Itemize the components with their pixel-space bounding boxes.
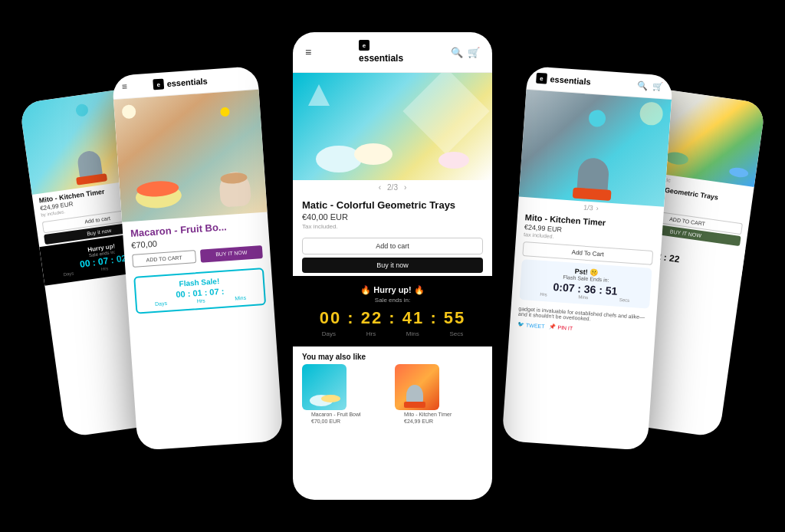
pst-hours: 0:07 xyxy=(553,281,575,294)
thumb-fruit xyxy=(321,395,340,402)
flash-sale-box: Flash Sale! 00 : 01 : 07 : Days Hrs Mins xyxy=(133,268,266,314)
pst-mins: 36 xyxy=(583,283,596,296)
right-phone: e essentials 🔍 🛒 1/3 › Mito - Kitchen Ti… xyxy=(501,66,673,451)
center-timer-sep2: : xyxy=(389,308,402,327)
center-menu-icon[interactable]: ≡ xyxy=(305,46,311,58)
pst-mins-lbl: Mins xyxy=(578,294,588,300)
thumb-price-1: €70,00 EUR xyxy=(302,419,390,424)
center-product-image xyxy=(293,73,492,180)
center-timer-sep3: : xyxy=(430,308,443,327)
flash-mins: 07 xyxy=(209,287,219,297)
prev-arrow[interactable]: ‹ xyxy=(379,183,381,192)
center-hurry-text: 🔥 Hurry up! 🔥 xyxy=(299,285,486,295)
right-timer-top xyxy=(588,110,606,127)
pst-secs: 51 xyxy=(605,284,618,297)
fl-days-label: Days xyxy=(63,271,74,277)
logo-icon-left: e xyxy=(153,79,164,90)
flash-days-lbl: Days xyxy=(155,300,167,307)
you-may-also-like-heading: You may also like xyxy=(293,346,492,364)
right-logo: e essentials xyxy=(536,73,591,87)
deco-circle-1 xyxy=(122,104,136,119)
flash-mins-lbl: Mins xyxy=(235,295,246,301)
left-product-image xyxy=(113,90,268,222)
flash-hrs-lbl: Hrs xyxy=(196,297,205,304)
scene: Mito - Kitchen Timer €24,99 EUR by inclu… xyxy=(25,17,760,515)
center-buy-now-btn[interactable]: Buy it now xyxy=(302,258,483,273)
tray-shape-3 xyxy=(438,152,469,169)
fr-tray-2 xyxy=(665,151,689,166)
left-logo-text: essentials xyxy=(166,77,208,89)
hamburger-icon[interactable]: ≡ xyxy=(121,81,127,92)
center-hrs: 22 xyxy=(361,308,383,327)
pst-hrs-lbl: Hrs xyxy=(540,292,547,297)
tweet-icon: 🐦 xyxy=(517,321,525,328)
left-logo: e essentials xyxy=(153,76,208,90)
thumb-2: Mito - Kitchen Timer €24,99 EUR xyxy=(395,364,483,424)
fl-days: 00 xyxy=(79,258,90,270)
pin-label: PIN IT xyxy=(557,324,573,330)
tweet-button[interactable]: 🐦 TWEET xyxy=(517,321,545,329)
thumb-timer-base xyxy=(404,402,425,408)
fl-hrs-label: Hrs xyxy=(100,266,108,271)
flash-hrs: 01 xyxy=(192,288,202,298)
right-search-icon[interactable]: 🔍 xyxy=(637,80,649,90)
product-thumbnails: Macaron - Fruit Bowl €70,00 EUR Mito - K… xyxy=(293,364,492,424)
center-mins: 41 xyxy=(402,308,424,327)
deco-circle-2 xyxy=(220,107,230,117)
right-timer-base xyxy=(573,187,612,200)
fr-tray-3 xyxy=(728,166,748,178)
center-cart-icon[interactable]: 🛒 xyxy=(468,47,480,58)
triangle-deco xyxy=(308,84,330,106)
center-hrs-lbl: Hrs xyxy=(366,330,376,337)
right-next-arrow[interactable]: › xyxy=(596,205,599,212)
center-secs: 55 xyxy=(444,308,465,327)
right-logo-icon: e xyxy=(536,73,547,84)
center-header: ≡ e essentials 🔍 🛒 xyxy=(293,32,492,73)
center-countdown: 🔥 Hurry up! 🔥 Sale ends in: 00 : 22 : 41… xyxy=(293,276,492,346)
thumb-label-1: Macaron - Fruit Bowl xyxy=(302,412,390,417)
center-nav-arrows: ‹ 2/3 › xyxy=(293,180,492,195)
tweet-label: TWEET xyxy=(526,322,545,329)
thumb-label-2: Mito - Kitchen Timer xyxy=(395,412,483,417)
center-add-cart-btn[interactable]: Add to cart xyxy=(302,238,483,255)
timer-top-shape xyxy=(75,103,89,117)
center-sale-ends: Sale ends in: xyxy=(299,297,486,304)
right-nav-indicator: 1/3 xyxy=(583,203,593,212)
thumb-1: Macaron - Fruit Bowl €70,00 EUR xyxy=(302,364,390,424)
thumb-image-1 xyxy=(302,364,347,410)
right-deco-circle xyxy=(639,101,664,126)
center-logo-icon: e xyxy=(359,40,370,51)
center-logo: e essentials xyxy=(359,40,403,64)
center-timer-labels: Days Hrs Mins Secs xyxy=(299,330,486,337)
center-search-icon[interactable]: 🔍 xyxy=(451,47,463,58)
center-product-title: Matic - Colorful Geometric Trays xyxy=(293,195,492,212)
tray-shape-2 xyxy=(354,143,392,165)
center-product-price: €40,00 EUR xyxy=(293,212,492,223)
center-days: 00 xyxy=(320,308,341,327)
center-header-icons: 🔍 🛒 xyxy=(451,47,480,58)
pst-secs-lbl: Secs xyxy=(619,297,630,303)
right-cart-icon[interactable]: 🛒 xyxy=(652,81,664,92)
center-secs-lbl: Secs xyxy=(449,330,463,337)
center-tax-note: Tax included. xyxy=(293,223,492,235)
pin-button[interactable]: 📌 PIN IT xyxy=(549,323,573,331)
left-phone: ≡ e essentials Macaron - Fruit Bo... €70… xyxy=(112,66,284,451)
pst-box: Pst! 🤫 Flash Sale Ends in: 0:07 : 36 : 5… xyxy=(519,259,652,309)
center-timer-sep1: : xyxy=(347,308,360,327)
next-arrow[interactable]: › xyxy=(404,183,406,192)
left-header-spacer xyxy=(234,78,249,79)
center-timer-display: 00 : 22 : 41 : 55 xyxy=(299,308,486,328)
center-logo-text: essentials xyxy=(359,53,403,64)
geo-square xyxy=(402,73,489,155)
thumb-price-2: €24,99 EUR xyxy=(395,419,483,424)
right-logo-text: essentials xyxy=(550,74,591,87)
center-days-lbl: Days xyxy=(322,330,336,337)
center-phone: ≡ e essentials 🔍 🛒 ‹ 2/3 › Matic - Color… xyxy=(293,32,492,500)
flash-days: 00 xyxy=(176,289,186,299)
right-header-icons: 🔍 🛒 xyxy=(637,80,664,91)
thumb-image-2 xyxy=(395,364,439,410)
nav-indicator: 2/3 xyxy=(387,183,398,192)
center-mins-lbl: Mins xyxy=(406,330,419,337)
pin-icon: 📌 xyxy=(549,323,557,330)
right-product-image xyxy=(519,90,672,207)
